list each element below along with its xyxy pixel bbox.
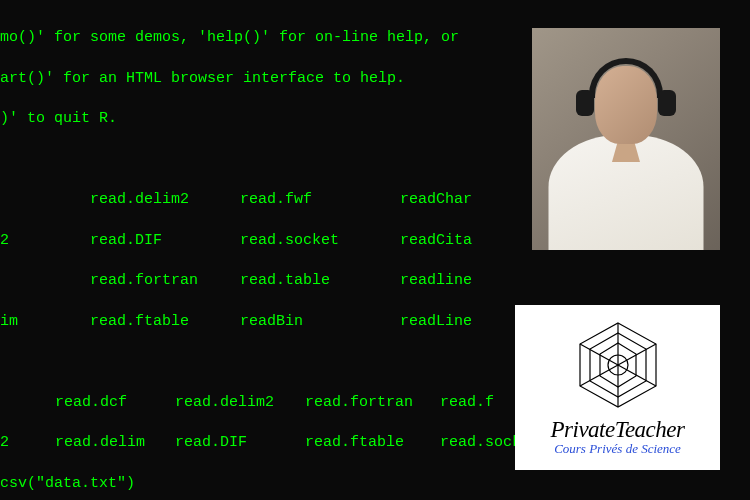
logo-subtitle: Cours Privés de Science [554, 441, 681, 457]
command-line: csv("data.txt") [0, 474, 750, 494]
hexagon-logo-icon [568, 319, 668, 411]
logo-title: PrivateTeacher [551, 417, 685, 443]
presenter-video [532, 28, 720, 250]
completion-row: read.fortranread.tablereadline [0, 271, 750, 291]
logo-card: PrivateTeacher Cours Privés de Science [515, 305, 720, 470]
webcam-overlay [532, 28, 720, 250]
